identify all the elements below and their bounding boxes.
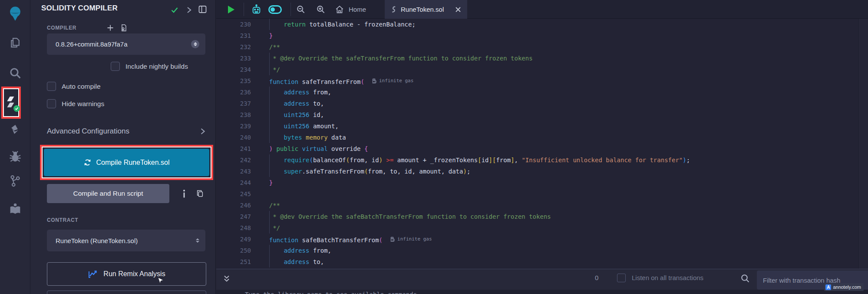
editor-toolbar: Home RuneToken.sol: [216, 0, 868, 19]
code-line-232[interactable]: 232 /**: [216, 41, 868, 53]
search-icon[interactable]: [0, 66, 30, 80]
line-number: 236: [216, 87, 251, 98]
code-line-247[interactable]: 247 * @dev Override the safeBatchTransfe…: [216, 211, 868, 222]
code-line-244[interactable]: 244 }: [216, 177, 868, 188]
solidity-compiler-icon[interactable]: [6, 96, 17, 109]
line-content: return totalBalance - frozenBalance;: [254, 19, 416, 30]
terminal-intro-text: Type the library name to see available c…: [245, 291, 421, 294]
auto-compile-checkbox[interactable]: [47, 82, 56, 91]
line-number: 237: [216, 98, 251, 109]
file-explorer-icon[interactable]: [0, 36, 30, 50]
code-line-241[interactable]: 241 ) public virtual override {: [216, 143, 868, 154]
version-stepper-icon: [191, 40, 199, 48]
ai-toggle-icon[interactable]: [268, 0, 282, 19]
debugger-icon[interactable]: [0, 150, 30, 164]
copy-icon[interactable]: [196, 190, 204, 197]
remix-ide-window: SOLIDITY COMPILER COMPILER 0.8.26+commit…: [0, 0, 868, 294]
compiler-version-select[interactable]: 0.8.26+commit.8a97fa7a: [47, 33, 205, 55]
git-icon[interactable]: [0, 174, 30, 188]
code-line-239[interactable]: 239 uint256 amount,: [216, 120, 868, 132]
line-content: address to,: [254, 256, 324, 267]
line-content: */: [254, 222, 280, 234]
zoom-in-icon[interactable]: [316, 0, 326, 19]
advanced-configurations-toggle[interactable]: Advanced Configurations: [47, 127, 205, 136]
code-lines: 230 return totalBalance - frozenBalance;…: [216, 19, 868, 267]
code-line-240[interactable]: 240 bytes memory data: [216, 132, 868, 143]
editor-scrollbar[interactable]: [858, 19, 868, 269]
code-line-230[interactable]: 230 return totalBalance - frozenBalance;: [216, 19, 868, 30]
include-nightly-checkbox[interactable]: [111, 62, 120, 71]
home-button[interactable]: Home: [335, 0, 366, 19]
code-editor[interactable]: 230 return totalBalance - frozenBalance;…: [216, 19, 868, 269]
line-number: 241: [216, 143, 251, 154]
code-line-238[interactable]: 238 uint256 id,: [216, 109, 868, 120]
next-section-partial: [47, 291, 206, 294]
ai-assistant-robot-icon[interactable]: [251, 0, 262, 19]
code-line-242[interactable]: 242 require(balanceOf(from, id) >= amoun…: [216, 154, 868, 166]
line-number: 234: [216, 64, 251, 75]
tab-close-icon[interactable]: [455, 7, 461, 13]
hide-warnings-checkbox[interactable]: [47, 99, 56, 108]
code-line-249[interactable]: 249 function safeBatchTransferFrom(infin…: [216, 234, 868, 245]
line-number: 232: [216, 41, 251, 53]
deploy-run-icon[interactable]: [0, 123, 30, 136]
compiler-license-icon[interactable]: [120, 24, 127, 32]
split-panel-icon[interactable]: [198, 5, 207, 13]
gas-estimate-annotation: infinite gas: [372, 75, 413, 87]
line-number: 231: [216, 30, 251, 41]
code-line-246[interactable]: 246 /**: [216, 200, 868, 211]
line-content: * @dev Override the safeTransferFrom fun…: [254, 53, 533, 64]
code-line-231[interactable]: 231 }: [216, 30, 868, 41]
chevron-right-icon[interactable]: [186, 7, 192, 13]
line-content: uint256 id,: [254, 109, 324, 120]
line-number: 238: [216, 109, 251, 120]
code-line-236[interactable]: 236 address from,: [216, 87, 868, 98]
chart-icon: [88, 269, 98, 279]
hide-warnings-label: Hide warnings: [62, 100, 104, 108]
code-line-235[interactable]: 235 function safeTransferFrom(infinite g…: [216, 75, 868, 87]
compile-button-label: Compile RuneToken.sol: [96, 159, 170, 167]
line-number: 247: [216, 211, 251, 222]
learneth-icon[interactable]: [0, 202, 30, 216]
tab-runetoken-sol[interactable]: RuneToken.sol: [385, 0, 467, 19]
listen-transactions-checkbox[interactable]: [617, 274, 626, 282]
terminal-search-icon[interactable]: [740, 273, 750, 284]
terminal-collapse-icon[interactable]: [223, 269, 230, 288]
code-line-237[interactable]: 237 address to,: [216, 98, 868, 109]
tab-title: RuneToken.sol: [401, 6, 451, 13]
line-content: require(balanceOf(from, id) >= amount + …: [254, 154, 690, 166]
run-remix-analysis-label: Run Remix Analysis: [103, 270, 165, 278]
refresh-icon: [84, 159, 91, 166]
run-remix-analysis-button[interactable]: Run Remix Analysis: [47, 262, 206, 286]
zoom-out-icon[interactable]: [296, 0, 306, 19]
line-content: super.safeTransferFrom(from, to, id, amo…: [254, 166, 470, 177]
compile-success-check-icon: [170, 6, 179, 14]
compile-and-run-button[interactable]: Compile and Run script: [47, 184, 169, 203]
gas-estimate-annotation: infinite gas: [390, 234, 432, 245]
editor-area: Home RuneToken.sol 230 return totalBalan…: [216, 0, 868, 294]
line-content: function safeBatchTransferFrom(infinite …: [254, 234, 432, 245]
run-script-play-icon[interactable]: [228, 0, 234, 19]
compile-button[interactable]: Compile RuneToken.sol: [44, 149, 209, 176]
code-line-245[interactable]: 245: [216, 188, 868, 200]
line-number: 239: [216, 120, 251, 132]
terminal-body[interactable]: Type the library name to see available c…: [216, 290, 868, 294]
code-line-250[interactable]: 250 address from,: [216, 245, 868, 256]
info-icon[interactable]: [182, 190, 186, 198]
remix-logo-icon[interactable]: [0, 5, 30, 22]
contract-section-label: CONTRACT: [47, 217, 78, 223]
code-line-234[interactable]: 234 */: [216, 64, 868, 75]
line-content: bytes memory data: [254, 132, 346, 143]
line-number: 249: [216, 234, 251, 245]
add-compiler-icon[interactable]: [107, 24, 114, 31]
auto-compile-label: Auto compile: [62, 83, 101, 90]
code-line-251[interactable]: 251 address to,: [216, 256, 868, 267]
annotely-logo-icon: A: [825, 284, 831, 290]
code-line-248[interactable]: 248 */: [216, 222, 868, 234]
contract-select[interactable]: RuneToken (RuneToken.sol): [47, 230, 205, 251]
solidity-file-icon: [391, 6, 396, 13]
line-number: 242: [216, 154, 251, 166]
code-line-233[interactable]: 233 * @dev Override the safeTransferFrom…: [216, 53, 868, 64]
code-line-243[interactable]: 243 super.safeTransferFrom(from, to, id,…: [216, 166, 868, 177]
advanced-configurations-label: Advanced Configurations: [47, 127, 129, 136]
